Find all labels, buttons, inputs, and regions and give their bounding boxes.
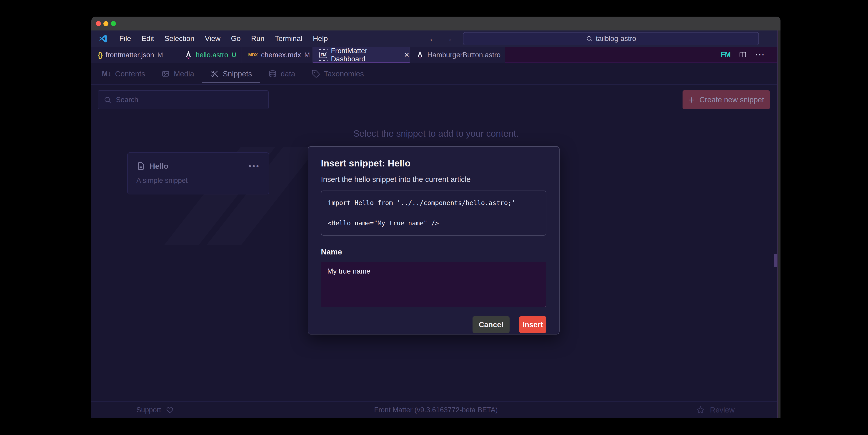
close-window-button[interactable]	[96, 21, 101, 26]
tab-label: frontmatter.json	[105, 51, 154, 59]
menu-help[interactable]: Help	[308, 34, 333, 43]
vscode-logo-icon	[98, 34, 108, 44]
nav-contents[interactable]: M↓ Contents	[94, 63, 153, 84]
nav-label: Contents	[115, 69, 145, 78]
name-field-textarea[interactable]: My true name	[321, 262, 547, 307]
nav-taxonomies[interactable]: Taxonomies	[303, 63, 372, 84]
search-icon	[104, 96, 112, 104]
snippet-search[interactable]	[98, 90, 269, 109]
code-line: <Hello name="My true name" />	[328, 220, 539, 227]
dialog-title: Insert snippet: Hello	[321, 158, 547, 169]
plus-icon: +	[688, 95, 694, 105]
scrollbar-thumb[interactable]	[774, 254, 777, 267]
tab-hello-astro[interactable]: hello.astro U	[178, 47, 242, 63]
tab-label: hello.astro	[196, 51, 228, 59]
tab-chemex-mdx[interactable]: MDX chemex.mdx M ●	[242, 47, 313, 63]
title-bar	[91, 17, 780, 30]
nav-label: Taxonomies	[324, 69, 364, 78]
snippet-card-hello[interactable]: Hello ••• A simple snippet	[127, 152, 269, 195]
nav-data[interactable]: data	[260, 63, 303, 84]
dialog-subtitle: Insert the hello snippet into the curren…	[321, 175, 547, 184]
menu-edit[interactable]: Edit	[136, 34, 159, 43]
git-modified-badge: M	[157, 51, 163, 59]
tab-frontmatter-dashboard[interactable]: FM FrontMatter Dashboard ✕	[313, 47, 410, 63]
navigate-forward-icon[interactable]: →	[444, 34, 453, 44]
screen: File Edit Selection View Go Run Terminal…	[0, 0, 868, 435]
database-icon	[269, 69, 277, 78]
create-button-label: Create new snippet	[700, 95, 764, 104]
document-icon	[136, 162, 146, 171]
image-icon	[161, 69, 170, 78]
markdown-icon: M↓	[102, 70, 111, 78]
scissors-icon	[211, 69, 219, 78]
nav-snippets[interactable]: Snippets	[202, 63, 260, 84]
tab-frontmatter-json[interactable]: {} frontmatter.json M	[91, 47, 178, 63]
git-modified-badge: M	[304, 51, 310, 59]
nav-label: data	[281, 69, 295, 78]
json-braces-icon: {}	[98, 51, 102, 59]
menu-items: File Edit Selection View Go Run Terminal…	[114, 34, 333, 43]
minimize-window-button[interactable]	[103, 21, 108, 26]
command-center-label: tailblog-astro	[596, 34, 636, 43]
frontmatter-dashboard: M↓ Contents Media Snippet	[91, 63, 780, 418]
dashboard-nav: M↓ Contents Media Snippet	[91, 63, 780, 85]
snippet-code-preview: import Hello from '../../components/hell…	[321, 191, 547, 236]
select-snippet-heading: Select the snippet to add to your conten…	[91, 128, 780, 139]
search-input[interactable]	[116, 95, 263, 104]
insert-button[interactable]: Insert	[519, 316, 547, 333]
tab-label: chemex.mdx	[261, 51, 301, 59]
search-icon	[586, 35, 593, 42]
command-center-search[interactable]: tailblog-astro	[463, 32, 759, 45]
dashboard-footer: Support Front Matter (v9.3.6163772-beta …	[91, 401, 780, 418]
navigate-back-icon[interactable]: ←	[428, 34, 437, 44]
window-edge	[777, 30, 780, 418]
cancel-button[interactable]: Cancel	[472, 316, 509, 333]
menu-selection[interactable]: Selection	[159, 34, 200, 43]
menu-view[interactable]: View	[199, 34, 226, 43]
code-line: import Hello from '../../components/hell…	[328, 199, 539, 207]
name-field-label: Name	[321, 248, 547, 256]
snippet-card-description: A simple snippet	[136, 176, 260, 185]
menu-go[interactable]: Go	[226, 34, 246, 43]
astro-icon	[416, 51, 424, 60]
vscode-window: File Edit Selection View Go Run Terminal…	[91, 17, 780, 418]
nav-label: Snippets	[223, 69, 252, 78]
insert-snippet-dialog: Insert snippet: Hello Insert the hello s…	[308, 146, 560, 335]
nav-label: Media	[174, 69, 194, 78]
more-actions-icon[interactable]: ⋯	[755, 52, 765, 57]
menu-terminal[interactable]: Terminal	[270, 34, 308, 43]
frontmatter-panel-icon[interactable]: FM	[721, 51, 731, 59]
create-new-snippet-button[interactable]: + Create new snippet	[683, 90, 770, 109]
nav-media[interactable]: Media	[153, 63, 202, 84]
star-icon	[696, 405, 705, 414]
menu-run[interactable]: Run	[246, 34, 270, 43]
split-editor-icon[interactable]	[739, 51, 747, 59]
menu-file[interactable]: File	[114, 34, 136, 43]
tab-label: HamburgerButton.astro	[427, 51, 500, 59]
snippet-card-title: Hello	[150, 162, 168, 171]
menu-bar: File Edit Selection View Go Run Terminal…	[91, 30, 780, 47]
editor-actions: FM ⋯	[505, 47, 780, 63]
tag-icon	[312, 69, 320, 78]
review-link[interactable]: Review	[696, 402, 735, 418]
version-label: Front Matter (v9.3.6163772-beta BETA)	[91, 402, 780, 418]
zoom-window-button[interactable]	[111, 21, 116, 26]
editor-tab-bar: {} frontmatter.json M hello.astro U MDX …	[91, 47, 780, 63]
mdx-icon: MDX	[248, 52, 257, 58]
frontmatter-icon: FM	[319, 49, 328, 61]
git-untracked-badge: U	[231, 51, 237, 59]
close-tab-icon[interactable]: ✕	[404, 51, 409, 59]
snippet-card-menu-icon[interactable]: •••	[248, 162, 260, 171]
tab-label: FrontMatter Dashboard	[331, 47, 398, 63]
review-label: Review	[710, 406, 735, 414]
tab-hamburgerbutton-astro[interactable]: HamburgerButton.astro	[410, 47, 505, 63]
astro-icon	[185, 51, 192, 60]
